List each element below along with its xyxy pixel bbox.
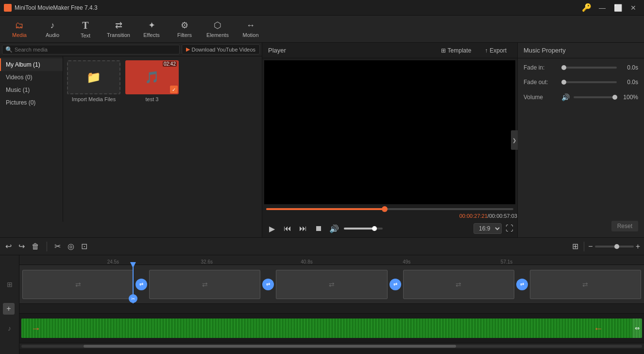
toolbar-effects[interactable]: ✦ Effects xyxy=(136,17,167,42)
export-button[interactable]: ↑ Export xyxy=(480,45,511,56)
yt-label: Download YouTube Videos xyxy=(192,47,256,53)
zoom-slider[interactable] xyxy=(595,246,634,248)
download-youtube-button[interactable]: ▶ Download YouTube Videos xyxy=(182,44,260,54)
timeline-body: ⊞ + ♪ 24.5s 32.6s 40.8s 49s 57.1s ⇄ xyxy=(0,255,644,354)
fade-in-thumb[interactable] xyxy=(561,65,566,70)
detach-audio-button[interactable]: ◎ xyxy=(66,240,76,252)
search-box[interactable]: 🔍 xyxy=(2,45,180,54)
scrollbar-track[interactable] xyxy=(21,345,642,348)
zoom-controls: ⊞ − + xyxy=(571,240,640,252)
play-button[interactable]: ▶ xyxy=(266,224,278,233)
toolbar-motion[interactable]: ↔ Motion xyxy=(235,17,266,42)
toolbar-transition[interactable]: ⇄ Transition xyxy=(103,17,134,42)
undo-button[interactable]: ↩ xyxy=(4,240,13,252)
cut-button[interactable]: ✂ xyxy=(53,240,62,252)
ruler-mark-2: 32.6s xyxy=(201,259,213,265)
fade-out-slider[interactable] xyxy=(561,81,617,83)
fade-out-thumb[interactable] xyxy=(561,80,566,85)
toolbar-media[interactable]: 🗂 Media xyxy=(4,17,35,42)
toolbar-filters[interactable]: ⚙ Filters xyxy=(169,17,200,42)
toolbar-audio[interactable]: ♪ Audio xyxy=(37,17,68,42)
crop-button[interactable]: ⊡ xyxy=(80,240,89,252)
close-button[interactable]: ✕ xyxy=(627,1,640,15)
scrollbar-thumb[interactable] xyxy=(84,345,456,348)
effects-label: Effects xyxy=(143,32,159,38)
transition-4[interactable]: ⇄ xyxy=(516,279,528,290)
minimize-button[interactable]: — xyxy=(595,1,609,15)
video-track: ⇄ ⇄ ⇄ ⇄ ⇄ ⇄ ⇄ xyxy=(19,265,644,304)
fade-in-row: Fade in: 0.0s xyxy=(524,64,638,71)
transition-icon-1: ⇄ xyxy=(139,282,143,287)
toolbar-text[interactable]: T Text xyxy=(70,17,101,42)
transition-3[interactable]: ⇄ xyxy=(390,279,401,290)
template-button[interactable]: ⊞ Template xyxy=(436,45,476,56)
video-clip-4[interactable]: ⇄ xyxy=(403,270,514,299)
video-clip-3[interactable]: ⇄ xyxy=(276,270,387,299)
timeline-cursor[interactable]: ✂ xyxy=(133,265,134,303)
search-input[interactable] xyxy=(15,47,176,53)
audio-track-label: ♪ xyxy=(0,314,19,343)
music-icon: 🎵 xyxy=(145,71,159,84)
app-icon xyxy=(4,4,12,12)
zoom-fit-button[interactable]: ⊞ xyxy=(571,240,580,252)
aspect-ratio-select[interactable]: 16:9 9:16 1:1 4:3 xyxy=(474,223,502,234)
video-clip-2[interactable]: ⇄ xyxy=(149,270,260,299)
filters-label: Filters xyxy=(177,32,192,38)
video-clip-5[interactable]: ⇄ xyxy=(530,270,641,299)
prev-button[interactable]: ⏮ xyxy=(282,224,293,233)
progress-bar[interactable] xyxy=(266,208,513,210)
fade-in-value: 0.0s xyxy=(621,64,638,71)
key-icon: 🔑 xyxy=(582,3,592,12)
music-media-item[interactable]: 🎵 02:42 ✓ test 3 xyxy=(125,60,179,102)
motion-label: Motion xyxy=(242,32,258,38)
audio-waveform[interactable]: → ← ⇔ xyxy=(21,319,642,338)
import-thumb[interactable]: 📁 xyxy=(67,60,120,94)
maximize-button[interactable]: ⬜ xyxy=(611,1,625,15)
volume-thumb[interactable] xyxy=(372,226,377,231)
mute-button[interactable]: 🔊 xyxy=(328,224,340,233)
zoom-thumb[interactable] xyxy=(614,244,619,249)
volume-prop-slider[interactable] xyxy=(574,96,617,98)
transition-2[interactable]: ⇄ xyxy=(262,279,274,290)
video-track-label: ⊞ xyxy=(0,265,19,304)
media-label: Media xyxy=(12,32,27,38)
right-panel-header: Music Property xyxy=(518,43,644,58)
audio-resize-handle[interactable]: ⇔ xyxy=(632,319,642,338)
right-panel-content: Fade in: 0.0s Fade out: 0.0s Volume 🔊 xyxy=(518,58,644,237)
zoom-out-button[interactable]: − xyxy=(588,242,593,251)
add-track-button[interactable]: + xyxy=(3,303,15,315)
transition-1[interactable]: ⇄ xyxy=(136,279,147,290)
player-title: Player xyxy=(268,47,286,54)
album-item-my-album[interactable]: My Album (1) xyxy=(0,58,63,71)
toolbar-elements[interactable]: ⬡ Elements xyxy=(202,17,233,42)
video-clip-1[interactable]: ⇄ xyxy=(22,270,134,299)
clip-icon-2: ⇄ xyxy=(202,281,208,288)
fade-in-slider[interactable] xyxy=(561,67,617,69)
import-media-item[interactable]: 📁 Import Media Files xyxy=(67,60,120,102)
album-item-videos[interactable]: Videos (0) xyxy=(0,71,63,84)
music-thumb[interactable]: 🎵 02:42 ✓ xyxy=(125,60,179,94)
fullscreen-button[interactable]: ⛶ xyxy=(506,224,513,233)
timeline-toolbar: ↩ ↪ 🗑 ✂ ◎ ⊡ ⊞ − + xyxy=(0,238,644,255)
audio-track-icon: ♪ xyxy=(8,324,11,332)
volume-prop-thumb[interactable] xyxy=(612,95,617,100)
timeline-ruler: 24.5s 32.6s 40.8s 49s 57.1s xyxy=(19,255,644,265)
progress-thumb[interactable] xyxy=(382,206,388,212)
album-item-pictures[interactable]: Pictures (0) xyxy=(0,96,63,109)
album-item-music[interactable]: Music (1) xyxy=(0,84,63,96)
zoom-in-button[interactable]: + xyxy=(636,242,640,251)
video-track-icon: ⊞ xyxy=(7,281,13,288)
music-check: ✓ xyxy=(170,86,178,93)
timeline-scrollbar[interactable] xyxy=(19,343,644,349)
volume-slider[interactable] xyxy=(344,228,383,230)
redo-button[interactable]: ↪ xyxy=(17,240,26,252)
player-progress[interactable] xyxy=(262,206,517,212)
add-track-area: + xyxy=(0,304,19,314)
next-button[interactable]: ⏭ xyxy=(297,224,309,233)
collapse-panel-button[interactable]: ❯ xyxy=(511,130,518,150)
audio-label: Audio xyxy=(46,32,59,38)
delete-button[interactable]: 🗑 xyxy=(30,241,41,252)
stop-button[interactable]: ⏹ xyxy=(313,224,324,233)
player-controls: ▶ ⏮ ⏭ ⏹ 🔊 16:9 9:16 1:1 4:3 ⛶ xyxy=(262,220,517,237)
reset-button[interactable]: Reset xyxy=(611,221,638,231)
